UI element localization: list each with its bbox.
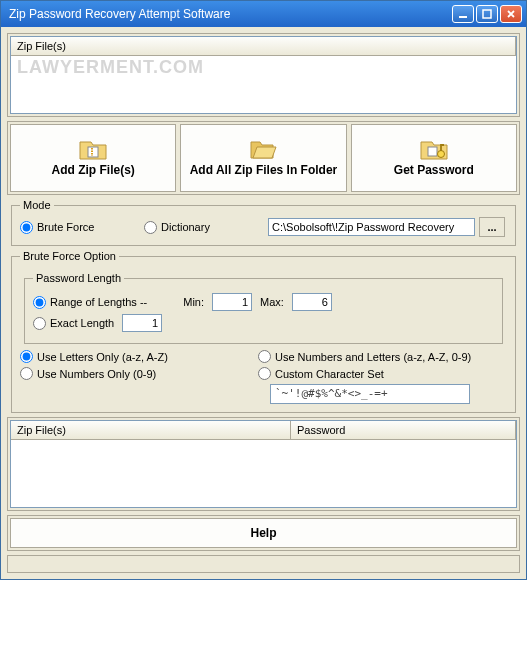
action-buttons-panel: Add Zip File(s) Add All Zip Files In Fol… — [7, 121, 520, 195]
password-length-fieldset: Password Length Range of Lengths -- Min:… — [24, 272, 503, 344]
mode-legend: Mode — [20, 199, 54, 211]
titlebar: Zip Password Recovery Attempt Software — [1, 1, 526, 27]
help-button[interactable]: Help — [10, 518, 517, 548]
range-radio-input[interactable] — [33, 296, 46, 309]
help-label: Help — [250, 526, 276, 540]
exact-radio[interactable]: Exact Length — [33, 317, 114, 330]
window-controls — [452, 5, 522, 23]
letters-radio-input[interactable] — [20, 350, 33, 363]
dictionary-radio[interactable]: Dictionary — [144, 221, 264, 234]
maximize-icon — [482, 9, 492, 19]
zip-files-header[interactable]: Zip File(s) — [11, 37, 516, 55]
exact-radio-input[interactable] — [33, 317, 46, 330]
mode-row: Brute Force Dictionary ... — [20, 217, 507, 237]
get-password-button[interactable]: Get Password — [351, 124, 517, 192]
exact-input[interactable] — [122, 314, 162, 332]
max-input[interactable] — [292, 293, 332, 311]
range-radio[interactable]: Range of Lengths -- — [33, 296, 147, 309]
results-col-password[interactable]: Password — [291, 421, 516, 439]
custom-label: Custom Character Set — [275, 368, 384, 380]
svg-point-4 — [437, 151, 444, 158]
help-panel: Help — [7, 515, 520, 551]
add-zip-files-label: Add Zip File(s) — [52, 163, 135, 177]
add-folder-label: Add All Zip Files In Folder — [190, 163, 338, 177]
results-header-row: Zip File(s) Password — [11, 421, 516, 440]
folder-key-icon — [420, 139, 448, 161]
numbers-letters-label: Use Numbers and Letters (a-z, A-Z, 0-9) — [275, 351, 471, 363]
close-button[interactable] — [500, 5, 522, 23]
browse-button[interactable]: ... — [479, 217, 505, 237]
add-folder-button[interactable]: Add All Zip Files In Folder — [180, 124, 346, 192]
zip-files-panel: Zip File(s) LAWYERMENT.COM — [7, 33, 520, 117]
range-label: Range of Lengths -- — [50, 296, 147, 308]
numbers-radio-input[interactable] — [20, 367, 33, 380]
mode-fieldset: Mode Brute Force Dictionary ... — [11, 199, 516, 246]
svg-rect-0 — [459, 16, 467, 18]
custom-radio-input[interactable] — [258, 367, 271, 380]
results-list[interactable]: Zip File(s) Password — [10, 420, 517, 508]
brute-force-radio[interactable]: Brute Force — [20, 221, 140, 234]
numbers-label: Use Numbers Only (0-9) — [37, 368, 156, 380]
charset-grid: Use Letters Only (a-z, A-Z) Use Numbers … — [20, 350, 507, 380]
minimize-icon — [458, 9, 468, 19]
results-col-file[interactable]: Zip File(s) — [11, 421, 291, 439]
numbers-letters-radio[interactable]: Use Numbers and Letters (a-z, A-Z, 0-9) — [258, 350, 507, 363]
exact-row: Exact Length — [33, 314, 494, 332]
minimize-button[interactable] — [452, 5, 474, 23]
custom-charset-display: `~'!@#$%^&*<>_-=+ — [270, 384, 470, 404]
get-password-label: Get Password — [394, 163, 474, 177]
client-area: Zip File(s) LAWYERMENT.COM Add Zip File(… — [1, 27, 526, 579]
min-input[interactable] — [212, 293, 252, 311]
numbers-letters-radio-input[interactable] — [258, 350, 271, 363]
max-label: Max: — [260, 296, 284, 308]
brute-force-option-legend: Brute Force Option — [20, 250, 119, 262]
password-length-legend: Password Length — [33, 272, 124, 284]
svg-rect-3 — [428, 147, 437, 156]
letters-radio[interactable]: Use Letters Only (a-z, A-Z) — [20, 350, 250, 363]
zip-files-list[interactable]: Zip File(s) LAWYERMENT.COM — [10, 36, 517, 114]
dictionary-label: Dictionary — [161, 221, 210, 233]
range-row: Range of Lengths -- Min: Max: — [33, 293, 494, 311]
min-label: Min: — [183, 296, 204, 308]
folder-zip-icon — [79, 139, 107, 161]
brute-force-option-fieldset: Brute Force Option Password Length Range… — [11, 250, 516, 413]
brute-force-radio-input[interactable] — [20, 221, 33, 234]
window-title: Zip Password Recovery Attempt Software — [5, 7, 452, 21]
zip-files-header-row: Zip File(s) — [11, 37, 516, 56]
app-window: Zip Password Recovery Attempt Software Z… — [0, 0, 527, 580]
add-zip-files-button[interactable]: Add Zip File(s) — [10, 124, 176, 192]
custom-radio[interactable]: Custom Character Set — [258, 367, 507, 380]
letters-label: Use Letters Only (a-z, A-Z) — [37, 351, 168, 363]
close-icon — [506, 9, 516, 19]
maximize-button[interactable] — [476, 5, 498, 23]
brute-force-label: Brute Force — [37, 221, 94, 233]
results-panel: Zip File(s) Password — [7, 417, 520, 511]
watermark-text: LAWYERMENT.COM — [17, 57, 204, 78]
svg-rect-1 — [483, 10, 491, 18]
folder-open-icon — [249, 139, 277, 161]
dictionary-radio-input[interactable] — [144, 221, 157, 234]
action-buttons-row: Add Zip File(s) Add All Zip Files In Fol… — [8, 122, 519, 194]
exact-label: Exact Length — [50, 317, 114, 329]
status-bar — [7, 555, 520, 573]
dictionary-path-input[interactable] — [268, 218, 475, 236]
numbers-radio[interactable]: Use Numbers Only (0-9) — [20, 367, 250, 380]
